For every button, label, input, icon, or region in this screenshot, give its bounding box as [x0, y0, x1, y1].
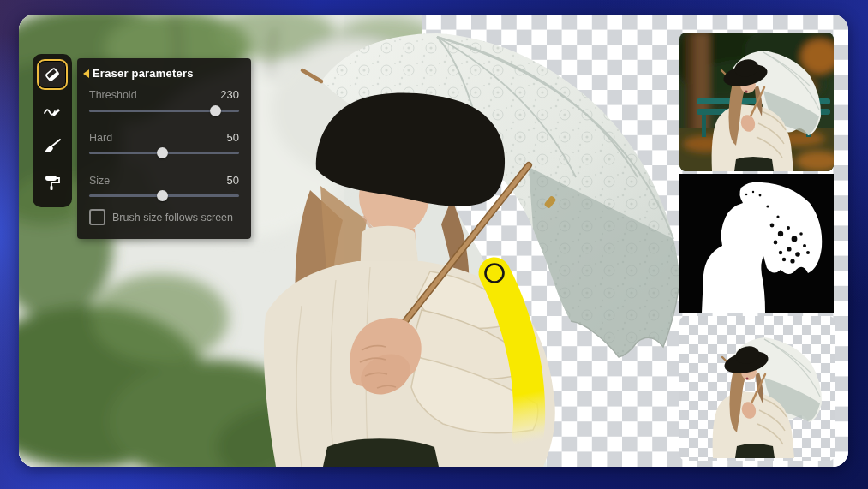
hard-slider[interactable] [89, 152, 239, 154]
brush-tool-button[interactable] [37, 131, 68, 162]
threshold-slider-handle[interactable] [210, 105, 221, 116]
left-triangle-icon[interactable] [83, 69, 89, 78]
hard-slider-handle[interactable] [157, 147, 168, 158]
hard-label: Hard [89, 132, 112, 144]
app-frame: Eraser parameters Threshold 230 Hard 50 … [0, 0, 868, 489]
brush-size-follows-screen-label: Brush size follows screen [112, 212, 233, 224]
result-thumbnail[interactable] [679, 316, 835, 461]
size-slider-handle[interactable] [157, 190, 168, 201]
brush-icon [42, 136, 63, 157]
roller-tool-button[interactable] [37, 167, 68, 198]
smart-pen-tool-button[interactable] [37, 95, 68, 126]
size-value: 50 [227, 174, 239, 187]
size-slider[interactable] [89, 194, 239, 197]
original-thumbnail[interactable] [671, 21, 847, 173]
panel-title: Eraser parameters [93, 67, 194, 80]
roller-icon [42, 172, 63, 193]
eraser-tool-button[interactable] [37, 59, 68, 90]
size-label: Size [89, 175, 110, 187]
mask-thumbnail[interactable] [679, 174, 834, 313]
smart-pen-icon [42, 100, 63, 121]
brush-size-follows-screen-checkbox[interactable] [89, 209, 105, 225]
tools-toolbar [33, 54, 72, 207]
eraser-icon [43, 65, 62, 84]
threshold-slider[interactable] [89, 110, 239, 112]
threshold-value: 230 [220, 88, 239, 101]
eraser-parameters-panel: Eraser parameters Threshold 230 Hard 50 … [77, 58, 251, 239]
threshold-label: Threshold [89, 89, 137, 101]
hard-value: 50 [227, 131, 239, 144]
